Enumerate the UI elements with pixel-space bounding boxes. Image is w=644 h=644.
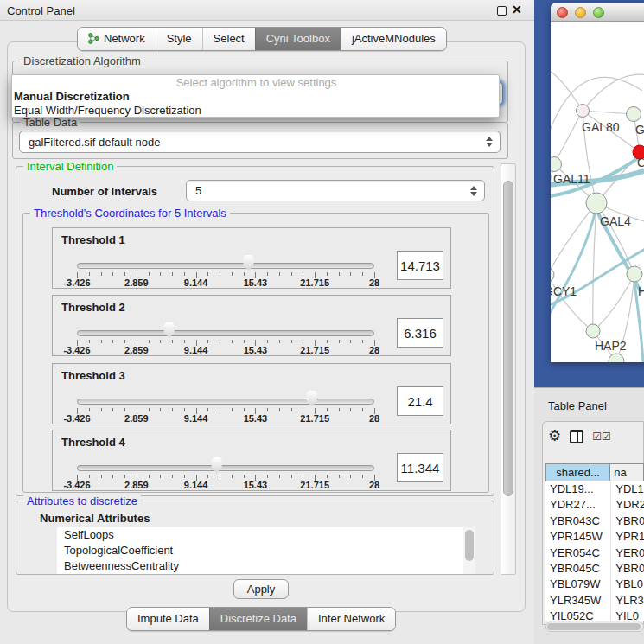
network-node[interactable] bbox=[627, 266, 642, 282]
tab-jactivemnodules[interactable]: jActiveMNodules bbox=[341, 28, 446, 50]
tick-mark bbox=[184, 272, 185, 276]
tab-style[interactable]: Style bbox=[156, 28, 202, 50]
table-cell[interactable]: YLR345W bbox=[545, 593, 610, 609]
tick-mark bbox=[303, 340, 303, 343]
attributes-list-scrollbar[interactable] bbox=[463, 527, 475, 574]
close-traffic-light-icon[interactable] bbox=[557, 7, 568, 18]
network-node[interactable] bbox=[586, 324, 600, 338]
tab-network[interactable]: Network bbox=[78, 28, 156, 50]
application-window: Control Panel ✕ NetworkStyleSelectCyni T… bbox=[0, 0, 644, 644]
table-cell[interactable]: YDL1 bbox=[610, 481, 644, 497]
column-header-shared-name[interactable]: shared... bbox=[545, 463, 610, 481]
threshold-value-field[interactable]: 11.344 bbox=[397, 453, 443, 482]
table-data-combobox[interactable]: galFiltered.sif default node bbox=[19, 131, 501, 153]
table-header-row: shared... na bbox=[545, 463, 644, 481]
scrollbar-thumb[interactable] bbox=[503, 181, 513, 496]
table-body: YDL19...YDL1YDR27...YDR2YBR043CYBR0YPR14… bbox=[545, 481, 644, 621]
scrollbar-thumb[interactable] bbox=[547, 623, 641, 630]
tick-mark bbox=[244, 408, 245, 411]
table-row[interactable]: YDR27...YDR2 bbox=[545, 497, 644, 513]
popup-item-equal-width-frequency[interactable]: Equal Width/Frequency Discretization bbox=[12, 104, 499, 118]
threshold-value-field[interactable]: 14.713 bbox=[397, 251, 443, 280]
apply-button[interactable]: Apply bbox=[233, 579, 289, 599]
network-node[interactable] bbox=[627, 107, 641, 122]
table-cell[interactable]: YER054C bbox=[545, 545, 610, 561]
scrollbar-thumb[interactable] bbox=[465, 530, 474, 561]
table-row[interactable]: YLR345WYLR3 bbox=[545, 593, 644, 609]
svg-text:GA: GA bbox=[635, 123, 644, 137]
table-row[interactable]: YBL079WYBL0 bbox=[545, 577, 644, 592]
network-node[interactable] bbox=[577, 105, 590, 118]
popup-item-manual-discretization[interactable]: Manual Discretization bbox=[12, 90, 499, 104]
table-cell[interactable]: YDR27... bbox=[545, 497, 610, 513]
tick-mark bbox=[232, 272, 233, 276]
table-cell[interactable]: YDL19... bbox=[545, 481, 610, 497]
threshold-slider[interactable] bbox=[77, 263, 374, 269]
table-cell[interactable]: YLR3 bbox=[610, 593, 644, 609]
table-cell[interactable]: YIL0 bbox=[610, 609, 644, 621]
network-node[interactable] bbox=[586, 193, 607, 214]
table-cell[interactable]: YBL079W bbox=[545, 577, 610, 592]
network-icon bbox=[88, 33, 99, 44]
minimize-traffic-light-icon[interactable] bbox=[575, 7, 586, 18]
threshold-2-panel: Threshold 2 -3.4262.8599.14415.4321.7152… bbox=[52, 295, 451, 356]
svg-text:GAL11: GAL11 bbox=[553, 172, 590, 186]
control-panel-tabs: NetworkStyleSelectCyni ToolboxjActiveMNo… bbox=[77, 27, 447, 51]
combo-arrows-icon bbox=[486, 137, 493, 147]
table-cell[interactable]: YBR0 bbox=[610, 561, 644, 577]
table-row[interactable]: YBR043CYBR0 bbox=[545, 513, 644, 529]
float-icon[interactable] bbox=[497, 6, 507, 16]
svg-text:GAL4: GAL4 bbox=[600, 214, 631, 228]
tick-mark bbox=[89, 272, 90, 276]
tick-mark bbox=[101, 475, 102, 478]
tick-mark bbox=[101, 340, 102, 343]
tab-discretize-data[interactable]: Discretize Data bbox=[209, 608, 307, 630]
table-cell[interactable]: YBL0 bbox=[610, 577, 644, 592]
table-row[interactable]: YIL052CYIL0 bbox=[545, 609, 644, 621]
tab-cyni-toolbox[interactable]: Cyni Toolbox bbox=[255, 28, 341, 50]
table-cell[interactable]: YIL052C bbox=[545, 609, 610, 621]
threshold-value-field[interactable]: 6.316 bbox=[397, 318, 443, 348]
gear-icon[interactable]: ⚙ bbox=[548, 429, 561, 444]
table-cell[interactable]: YDR2 bbox=[610, 497, 644, 513]
zoom-traffic-light-icon[interactable] bbox=[593, 7, 604, 18]
table-row[interactable]: YPR145WYPR1 bbox=[545, 529, 644, 545]
threshold-slider[interactable] bbox=[77, 465, 374, 471]
table-cell[interactable]: YBR043C bbox=[545, 513, 610, 529]
scale-label: 2.859 bbox=[124, 480, 149, 490]
table-row[interactable]: YER054CYER0 bbox=[545, 545, 644, 561]
attribute-list-item[interactable]: TopologicalCoefficient bbox=[57, 543, 463, 558]
tab-impute-data[interactable]: Impute Data bbox=[127, 608, 209, 630]
table-row[interactable]: YBR045CYBR0 bbox=[545, 561, 644, 577]
network-window-titlebar[interactable] bbox=[551, 3, 644, 22]
tick-mark bbox=[149, 408, 150, 411]
column-header-name[interactable]: na bbox=[610, 463, 644, 481]
network-canvas[interactable]: GAL80 GA C GAL11 GAL4 GCY1 H HAP2 bbox=[551, 22, 644, 362]
table-cell[interactable]: YPR145W bbox=[545, 529, 610, 545]
table-cell[interactable]: YBR0 bbox=[610, 513, 644, 529]
threshold-value-field[interactable]: 21.4 bbox=[397, 386, 443, 416]
attribute-list-item[interactable]: BetweennessCentrality bbox=[57, 558, 463, 574]
tick-mark bbox=[350, 340, 351, 343]
table-horizontal-scrollbar[interactable] bbox=[545, 622, 644, 632]
checkbox-icons[interactable]: ☑☑ bbox=[592, 430, 611, 443]
close-icon[interactable]: ✕ bbox=[512, 3, 522, 16]
network-node[interactable] bbox=[551, 157, 562, 172]
table-data-value: galFiltered.sif default node bbox=[29, 136, 160, 149]
vertical-scrollbar[interactable] bbox=[501, 163, 516, 575]
columns-icon[interactable] bbox=[570, 430, 583, 443]
tick-mark bbox=[101, 272, 102, 276]
svg-text:H: H bbox=[638, 284, 644, 298]
table-cell[interactable]: YPR1 bbox=[610, 529, 644, 545]
tab-infer-network[interactable]: Infer Network bbox=[307, 608, 395, 630]
table-cell[interactable]: YBR045C bbox=[545, 561, 610, 577]
network-node[interactable] bbox=[551, 268, 554, 282]
number-of-intervals-combobox[interactable]: 5 bbox=[186, 180, 485, 201]
attributes-list: SelfLoopsTopologicalCoefficientBetweenne… bbox=[57, 527, 463, 574]
tab-select[interactable]: Select bbox=[202, 28, 255, 50]
table-row[interactable]: YDL19...YDL1 bbox=[545, 481, 644, 497]
attribute-list-item[interactable]: SelfLoops bbox=[57, 527, 463, 543]
threshold-slider[interactable] bbox=[77, 330, 374, 336]
table-cell[interactable]: YER0 bbox=[610, 545, 644, 561]
threshold-slider[interactable] bbox=[77, 399, 374, 405]
